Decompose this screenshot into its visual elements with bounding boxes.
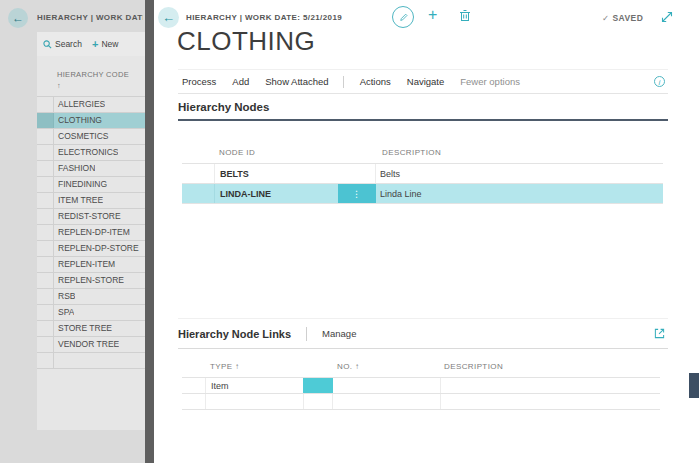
row-selector[interactable] <box>182 164 215 183</box>
action-bar: Process Add Show Attached Actions Naviga… <box>178 69 668 94</box>
check-icon: ✓ <box>602 13 610 23</box>
row-options-cell[interactable] <box>338 164 375 183</box>
action-add[interactable]: Add <box>232 76 249 87</box>
screen: ← HIERARCHY | WORK DATE: 5/21/2019 Searc… <box>0 0 700 463</box>
new-record-button[interactable]: + <box>428 6 437 24</box>
type-cell[interactable]: Item <box>206 378 303 393</box>
node-id-cell[interactable]: LINDA-LINE <box>215 184 338 203</box>
scrollbar-thumb[interactable] <box>689 373 699 398</box>
fewer-options-button[interactable]: Fewer options <box>460 76 520 87</box>
card-context-title: HIERARCHY | WORK DATE: 5/21/2019 <box>186 13 342 22</box>
hierarchy-list-panel: ← HIERARCHY | WORK DATE: 5/21/2019 Searc… <box>0 0 145 463</box>
node-id-cell[interactable]: BELTS <box>215 164 338 183</box>
expand-arrows-icon <box>661 11 673 23</box>
action-navigate[interactable]: Navigate <box>407 76 445 87</box>
row-selector[interactable] <box>182 184 215 203</box>
description-column-header[interactable]: DESCRIPTION <box>444 362 503 371</box>
focus-mode-button[interactable] <box>654 328 665 339</box>
delete-button[interactable] <box>459 9 471 22</box>
type-cell[interactable] <box>206 394 303 409</box>
back-icon[interactable]: ← <box>158 7 179 28</box>
action-process[interactable]: Process <box>182 76 216 87</box>
action-bar-separator <box>343 76 344 88</box>
pencil-icon <box>398 12 409 23</box>
description-column-header[interactable]: DESCRIPTION <box>382 148 441 157</box>
row-selector[interactable] <box>182 378 206 393</box>
edit-pencil-button[interactable] <box>392 6 414 28</box>
focus-mode-icon <box>654 328 665 339</box>
description-cell[interactable] <box>440 394 660 409</box>
table-row-linda-line[interactable]: LINDA-LINE ⋮ Linda Line <box>182 184 663 204</box>
no-cell[interactable] <box>333 394 440 409</box>
links-section-header: Hierarchy Node Links Manage <box>178 318 668 349</box>
nodes-section-underline <box>178 119 668 121</box>
description-cell[interactable]: Belts <box>375 164 663 183</box>
description-cell[interactable] <box>440 378 660 393</box>
table-row-belts[interactable]: BELTS Belts <box>182 164 663 184</box>
expand-button[interactable] <box>661 11 673 23</box>
links-header-separator <box>306 327 307 341</box>
panel-divider <box>145 0 154 463</box>
options-cell[interactable] <box>303 394 333 409</box>
ellipsis-icon[interactable]: ⋮ <box>338 184 375 203</box>
link-row-item[interactable]: Item <box>182 378 660 394</box>
info-icon[interactable]: i <box>654 76 665 87</box>
nodes-section-title: Hierarchy Nodes <box>178 101 269 113</box>
hierarchy-card-panel: ← HIERARCHY | WORK DATE: 5/21/2019 + ✓SA… <box>154 0 700 463</box>
links-section-title: Hierarchy Node Links <box>178 328 291 340</box>
type-column-header[interactable]: TYPE ↑ <box>210 362 240 371</box>
page-title: CLOTHING <box>177 26 315 57</box>
trash-icon <box>459 9 471 22</box>
manage-button[interactable]: Manage <box>322 328 356 339</box>
active-cell[interactable] <box>303 378 333 393</box>
saved-status: ✓SAVED <box>602 13 643 23</box>
action-show-attached[interactable]: Show Attached <box>265 76 328 87</box>
no-column-header[interactable]: NO. ↑ <box>337 362 359 371</box>
modal-dim-overlay <box>0 0 145 463</box>
links-table: Item <box>182 377 660 410</box>
action-actions[interactable]: Actions <box>360 76 391 87</box>
nodes-table: BELTS Belts LINDA-LINE ⋮ Linda Line <box>182 163 663 204</box>
row-selector[interactable] <box>182 394 206 409</box>
link-row-empty[interactable] <box>182 394 660 410</box>
no-cell[interactable] <box>333 378 440 393</box>
description-cell[interactable]: Linda Line <box>375 184 663 203</box>
node-id-column-header[interactable]: NODE ID <box>219 148 255 157</box>
